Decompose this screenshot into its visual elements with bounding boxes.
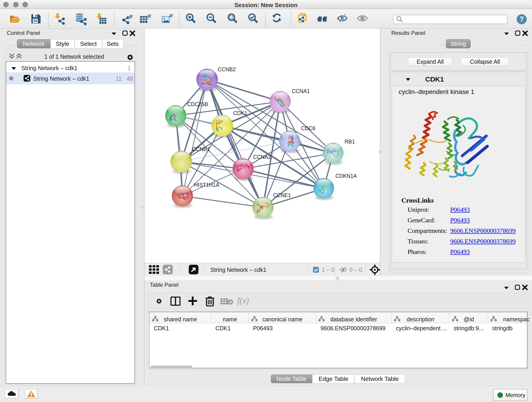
svg-text:CCNA1: CCNA1 bbox=[292, 88, 310, 94]
svg-text:CDC25B: CDC25B bbox=[187, 101, 208, 107]
svg-text:CCNB1: CCNB1 bbox=[192, 146, 210, 152]
svg-text:HIST1H1A: HIST1H1A bbox=[194, 182, 220, 188]
svg-text:CDK1: CDK1 bbox=[233, 110, 247, 116]
svg-text:CDKN1A: CDKN1A bbox=[336, 173, 357, 179]
svg-text:?: ? bbox=[520, 15, 524, 23]
svg-text:CCNE1: CCNE1 bbox=[273, 192, 291, 198]
svg-text:CCNA2: CCNA2 bbox=[253, 154, 271, 160]
svg-text:RB1: RB1 bbox=[345, 139, 355, 145]
svg-text:CDC6: CDC6 bbox=[301, 125, 316, 131]
svg-text:CCNB2: CCNB2 bbox=[218, 66, 236, 72]
